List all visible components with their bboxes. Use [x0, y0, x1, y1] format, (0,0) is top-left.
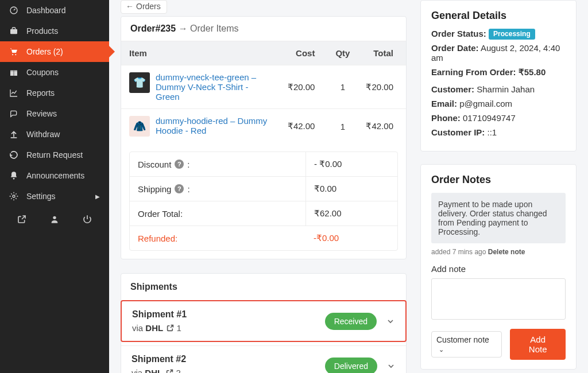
sidebar-item-bell[interactable]: Announcements	[0, 165, 109, 186]
svg-point-6	[13, 178, 15, 180]
sidebar-item-label: Reports	[26, 88, 55, 98]
col-total: Total	[358, 41, 406, 65]
status-badge: Processing	[489, 29, 535, 40]
item-cost: ₹42.00	[280, 109, 328, 144]
order-items-card: Order#235 → Order Items Item Cost Qty To…	[121, 16, 407, 259]
note-item: Payment to be made upon delivery. Order …	[431, 193, 566, 243]
order-number: Order#235	[130, 24, 176, 33]
table-row: 👕dummy-vneck-tee-green – Dummy V-Neck T-…	[121, 65, 406, 109]
upload-icon	[9, 130, 20, 139]
sidebar-item-label: Withdraw	[26, 130, 60, 139]
undo-icon	[9, 150, 20, 160]
notes-title: Order Notes	[431, 174, 566, 186]
note-meta: added 7 mins ago Delete note	[431, 248, 566, 256]
sidebar-item-undo[interactable]: Return Request	[0, 145, 109, 165]
product-thumb: 🧥	[129, 116, 150, 137]
shipment-row: Shipment #2via DHL 2Delivered	[121, 345, 406, 373]
col-cost: Cost	[280, 41, 328, 65]
product-thumb: 👕	[129, 72, 150, 93]
totals-row: Shipping? :₹0.00	[130, 176, 397, 201]
sidebar-item-label: Announcements	[26, 171, 84, 180]
delete-note-link[interactable]: Delete note	[488, 248, 525, 256]
totals-row: Order Total:₹62.00	[130, 201, 397, 226]
shipment-status[interactable]: Delivered	[325, 358, 377, 374]
col-item: Item	[121, 41, 280, 65]
back-label: Orders	[136, 2, 161, 11]
sidebar-item-dashboard[interactable]: Dashboard	[0, 0, 109, 21]
sidebar-item-cart[interactable]: Orders (2)	[0, 41, 109, 62]
shipment-title: Shipment #1	[132, 309, 187, 320]
sidebar-item-chart[interactable]: Reports	[0, 83, 109, 103]
sidebar-item-label: Return Request	[26, 150, 83, 160]
svg-point-8	[53, 216, 56, 219]
item-qty: 1	[327, 65, 358, 109]
general-details-card: General Details Order Status: Processing…	[420, 0, 577, 151]
shipments-card: Shipments Shipment #1via DHL 1ReceivedSh…	[121, 273, 407, 373]
svg-point-2	[12, 54, 13, 55]
totals-row: Refunded:-₹0.00	[130, 226, 397, 250]
note-type-select[interactable]: Customer note ⌄	[431, 331, 502, 358]
sidebar: DashboardProductsOrders (2)CouponsReport…	[0, 0, 109, 373]
help-icon[interactable]: ?	[175, 160, 184, 169]
chevron-down-icon[interactable]	[386, 362, 396, 371]
totals-row: Discount? :- ₹0.00	[130, 152, 397, 176]
item-cost: ₹20.00	[280, 65, 328, 109]
sidebar-item-gear[interactable]: Settings▶	[0, 186, 109, 207]
svg-rect-1	[10, 29, 17, 34]
add-note-label: Add note	[431, 264, 566, 274]
sidebar-item-label: Settings	[26, 192, 56, 201]
shipment-title: Shipment #2	[131, 354, 186, 364]
sidebar-item-chat[interactable]: Reviews	[0, 103, 109, 124]
chart-icon	[9, 88, 20, 98]
product-link[interactable]: dummy-vneck-tee-green – Dummy V-Neck T-S…	[156, 72, 256, 102]
order-totals: Discount? :- ₹0.00Shipping? :₹0.00Order …	[129, 151, 398, 251]
briefcase-icon	[9, 26, 20, 36]
arrow-left-icon: ←	[126, 2, 134, 11]
table-row: 🧥dummy-hoodie-red – Dummy Hoodie - Red₹4…	[121, 109, 406, 144]
power-icon[interactable]	[83, 215, 92, 224]
svg-point-7	[13, 195, 15, 197]
sidebar-item-gift[interactable]: Coupons	[0, 62, 109, 83]
col-qty: Qty	[327, 41, 358, 65]
shipment-row: Shipment #1via DHL 1Received	[121, 300, 407, 342]
order-header: Order#235 → Order Items	[121, 17, 406, 41]
svg-point-3	[15, 54, 16, 55]
items-table: Item Cost Qty Total 👕dummy-vneck-tee-gre…	[121, 41, 406, 143]
sidebar-item-label: Dashboard	[26, 6, 66, 15]
shipments-title: Shipments	[121, 274, 406, 300]
sidebar-item-label: Coupons	[26, 68, 59, 77]
chevron-down-icon[interactable]	[386, 317, 395, 326]
external-link-icon[interactable]	[17, 215, 26, 224]
chevron-down-icon: ⌄	[439, 346, 444, 353]
item-total: ₹42.00	[358, 109, 406, 144]
cart-icon	[9, 47, 20, 56]
external-link-icon[interactable]	[167, 324, 174, 333]
sidebar-item-label: Products	[26, 26, 58, 36]
shipment-status[interactable]: Received	[325, 313, 377, 330]
sidebar-item-label: Reviews	[26, 109, 57, 118]
gift-icon	[9, 68, 20, 77]
back-to-orders[interactable]: ← Orders	[121, 0, 167, 14]
sidebar-item-label: Orders (2)	[26, 47, 63, 56]
add-note-button[interactable]: Add Note	[510, 329, 566, 360]
item-qty: 1	[327, 109, 358, 144]
sidebar-item-upload[interactable]: Withdraw	[0, 124, 109, 145]
caret-right-icon: ▶	[95, 193, 100, 200]
item-total: ₹20.00	[358, 65, 406, 109]
sidebar-footer	[0, 207, 109, 232]
note-textarea[interactable]	[431, 278, 566, 320]
product-link[interactable]: dummy-hoodie-red – Dummy Hoodie - Red	[156, 116, 267, 135]
order-notes-card: Order Notes Payment to be made upon deli…	[420, 164, 577, 370]
gear-icon	[9, 192, 20, 201]
user-icon[interactable]	[50, 215, 59, 224]
chat-icon	[9, 109, 20, 118]
sidebar-item-briefcase[interactable]: Products	[0, 21, 109, 41]
dashboard-icon	[9, 6, 20, 15]
external-link-icon[interactable]	[166, 369, 173, 373]
help-icon[interactable]: ?	[175, 184, 184, 193]
details-title: General Details	[431, 10, 566, 22]
bell-icon	[9, 171, 20, 180]
